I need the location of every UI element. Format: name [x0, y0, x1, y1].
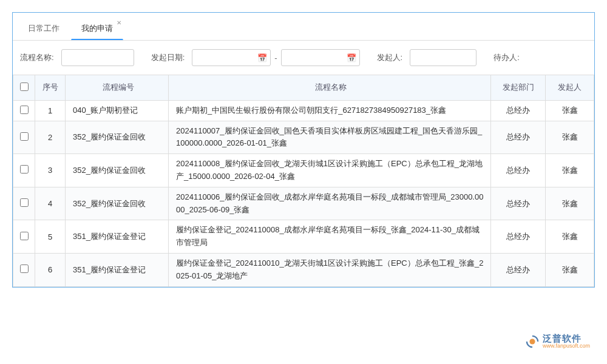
date-from-input[interactable] [192, 49, 271, 66]
start-date-label: 发起日期: [151, 52, 185, 63]
cell-code: 352_履约保证金回收 [66, 187, 169, 220]
cell-init: 张鑫 [546, 154, 594, 187]
table-row[interactable]: 6351_履约保证金登记履约保证金登记_2024110010_龙湖天街城1区设计… [13, 253, 594, 286]
cell-code: 040_账户期初登记 [66, 100, 169, 121]
row-checkbox[interactable] [20, 265, 29, 273]
cell-seq: 5 [35, 220, 66, 254]
tab-label: 日常工作 [28, 24, 59, 33]
cell-init: 张鑫 [546, 187, 594, 220]
col-code-header: 流程编号 [66, 75, 169, 101]
cell-dept: 总经办 [491, 100, 546, 121]
row-checkbox[interactable] [20, 132, 29, 141]
cell-init: 张鑫 [546, 220, 594, 254]
process-name-input[interactable] [61, 49, 134, 66]
date-separator: - [274, 53, 277, 62]
row-checkbox[interactable] [20, 106, 29, 114]
cell-seq: 6 [35, 253, 66, 286]
col-name-header: 流程名称 [169, 75, 491, 101]
cell-dept: 总经办 [491, 253, 546, 286]
close-icon[interactable]: ✕ [117, 19, 121, 26]
process-name-label: 流程名称: [20, 52, 54, 63]
tab-my-applications[interactable]: 我的申请 ✕ [71, 18, 123, 40]
row-checkbox[interactable] [20, 198, 29, 207]
cell-name: 账户期初_中国民生银行股份有限公司朝阳支行_627182738495092718… [169, 100, 491, 121]
table-row[interactable]: 1040_账户期初登记账户期初_中国民生银行股份有限公司朝阳支行_6271827… [13, 100, 594, 121]
col-init-header: 发起人 [546, 75, 594, 101]
table-row[interactable]: 2352_履约保证金回收2024110007_履约保证金回收_国色天香项目实体样… [13, 121, 594, 154]
select-all-checkbox[interactable] [20, 83, 29, 91]
table-row[interactable]: 5351_履约保证金登记履约保证金登记_2024110008_成都水岸华庭名苑项… [13, 220, 594, 254]
cell-code: 351_履约保证金登记 [66, 220, 169, 254]
cell-name: 履约保证金登记_2024110010_龙湖天街城1区设计采购施工（EPC）总承包… [169, 253, 491, 286]
initiator-input[interactable] [410, 49, 476, 66]
cell-code: 352_履约保证金回收 [66, 154, 169, 187]
table-header-row: 序号 流程编号 流程名称 发起部门 发起人 [13, 75, 594, 101]
col-seq-header: 序号 [35, 75, 66, 101]
tab-bar: 日常工作 我的申请 ✕ [13, 13, 594, 41]
date-to-input[interactable] [281, 49, 360, 66]
row-checkbox[interactable] [20, 165, 29, 174]
cell-seq: 3 [35, 154, 66, 187]
cell-dept: 总经办 [491, 121, 546, 154]
cell-dept: 总经办 [491, 154, 546, 187]
cell-seq: 2 [35, 121, 66, 154]
cell-init: 张鑫 [546, 253, 594, 286]
cell-seq: 4 [35, 187, 66, 220]
cell-dept: 总经办 [491, 220, 546, 254]
assignee-label: 待办人: [493, 52, 520, 63]
table-row[interactable]: 4352_履约保证金回收2024110006_履约保证金回收_成都水岸华庭名苑项… [13, 187, 594, 220]
cell-code: 351_履约保证金登记 [66, 253, 169, 286]
date-range: 📅 - 📅 [192, 49, 359, 66]
cell-seq: 1 [35, 100, 66, 121]
row-checkbox[interactable] [20, 232, 29, 240]
table-container: 序号 流程编号 流程名称 发起部门 发起人 1040_账户期初登记账户期初_中国… [13, 75, 594, 287]
cell-dept: 总经办 [491, 187, 546, 220]
main-panel: 日常工作 我的申请 ✕ 流程名称: 发起日期: 📅 - 📅 发起人: 待办人: [12, 12, 595, 288]
cell-code: 352_履约保证金回收 [66, 121, 169, 154]
cell-name: 2024110006_履约保证金回收_成都水岸华庭名苑项目一标段_成都城市管理局… [169, 187, 491, 220]
applications-table: 序号 流程编号 流程名称 发起部门 发起人 1040_账户期初登记账户期初_中国… [13, 75, 594, 287]
cell-name: 2024110007_履约保证金回收_国色天香项目实体样板房区域园建工程_国色天… [169, 121, 491, 154]
cell-name: 履约保证金登记_2024110008_成都水岸华庭名苑项目一标段_张鑫_2024… [169, 220, 491, 254]
table-row[interactable]: 3352_履约保证金回收2024110008_履约保证金回收_龙湖天街城1区设计… [13, 154, 594, 187]
col-dept-header: 发起部门 [491, 75, 546, 101]
cell-name: 2024110008_履约保证金回收_龙湖天街城1区设计采购施工（EPC）总承包… [169, 154, 491, 187]
cell-init: 张鑫 [546, 100, 594, 121]
filter-bar: 流程名称: 发起日期: 📅 - 📅 发起人: 待办人: [13, 41, 594, 75]
tab-label: 我的申请 [81, 24, 113, 33]
initiator-label: 发起人: [377, 52, 403, 63]
tab-daily-work[interactable]: 日常工作 [18, 18, 70, 40]
cell-init: 张鑫 [546, 121, 594, 154]
